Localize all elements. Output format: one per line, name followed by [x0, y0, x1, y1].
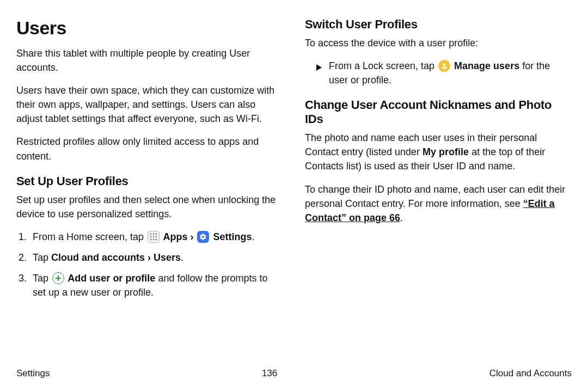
setup-intro: Set up user profiles and then select one…: [16, 193, 283, 221]
setup-steps: From a Home screen, tap Apps › Settings.…: [16, 230, 283, 299]
footer-right: Cloud and Accounts: [489, 368, 572, 379]
step2-end: .: [181, 252, 183, 263]
step1-chevron: ›: [190, 231, 196, 242]
add-icon: [52, 272, 64, 284]
heading-setup: Set Up User Profiles: [16, 174, 283, 188]
page-title: Users: [16, 17, 283, 39]
step-3: Tap Add user or profile and follow the p…: [29, 271, 283, 299]
change-p2: To change their ID photo and name, each …: [305, 182, 572, 225]
step2-text-a: Tap: [33, 252, 51, 263]
svg-point-8: [156, 239, 157, 241]
step1-apps-label: Apps: [161, 231, 190, 242]
change-p1-myprofile: My profile: [422, 146, 469, 157]
footer-page-number: 136: [262, 368, 277, 379]
svg-point-6: [150, 239, 152, 241]
manage-users-icon: [438, 60, 450, 72]
change-p2-c: .: [400, 212, 403, 223]
intro-p3: Restricted profiles allow only limited a…: [16, 134, 283, 163]
page-footer: Settings 136 Cloud and Accounts: [16, 368, 572, 379]
svg-point-1: [153, 234, 155, 235]
svg-point-7: [153, 239, 155, 241]
step-1: From a Home screen, tap Apps › Settings.: [29, 230, 283, 244]
svg-point-5: [156, 236, 157, 238]
intro-p2: Users have their own space, which they c…: [16, 83, 283, 126]
svg-point-3: [150, 236, 152, 238]
switch-intro: To access the device with a user profile…: [305, 36, 572, 50]
step3-add-label: Add user or profile: [65, 273, 155, 284]
heading-change: Change User Account Nicknames and Photo …: [305, 98, 572, 126]
left-column: Users Share this tablet with multiple pe…: [16, 17, 283, 355]
step1-end: .: [252, 231, 254, 242]
change-p1: The photo and name each user uses in the…: [305, 131, 572, 173]
bullet-text-a: From a Lock screen, tap: [329, 60, 437, 71]
bullet-manage-label: Manage users: [451, 60, 519, 71]
triangle-bullet-icon: [316, 61, 322, 87]
step-2: Tap Cloud and accounts › Users.: [29, 250, 283, 265]
heading-switch: Switch User Profiles: [305, 17, 572, 32]
right-column: Switch User Profiles To access the devic…: [305, 17, 572, 355]
step1-text-a: From a Home screen, tap: [33, 231, 146, 242]
svg-point-0: [150, 234, 152, 235]
settings-icon: [197, 231, 209, 243]
step2-path: Cloud and accounts › Users: [51, 252, 181, 263]
step1-settings-label: Settings: [210, 231, 252, 242]
switch-bullet: From a Lock screen, tap Manage users for…: [305, 59, 572, 87]
footer-left: Settings: [16, 368, 50, 379]
svg-point-4: [153, 236, 155, 238]
svg-point-2: [156, 234, 157, 235]
apps-icon: [148, 231, 160, 243]
step3-text-a: Tap: [33, 273, 51, 284]
intro-p1: Share this tablet with multiple people b…: [16, 46, 283, 75]
